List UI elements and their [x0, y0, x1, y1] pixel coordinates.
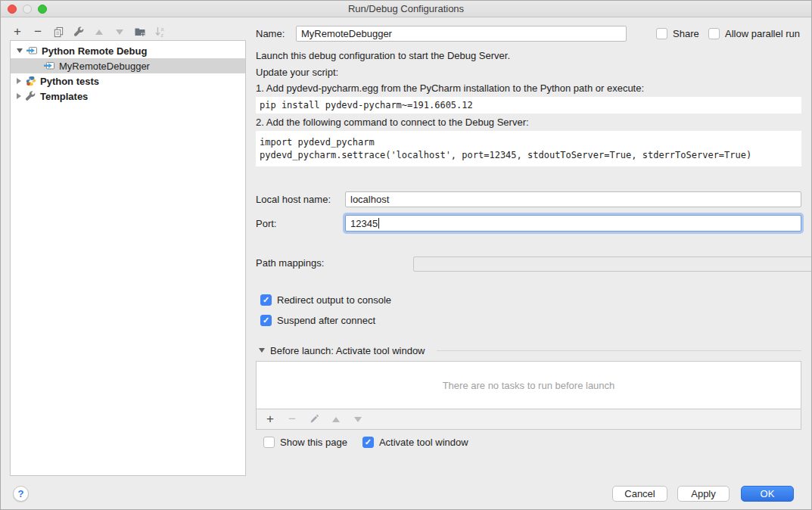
zoom-window-button[interactable]	[38, 5, 47, 14]
remove-configuration-icon[interactable]: −	[32, 26, 44, 38]
tree-item-label: Python Remote Debug	[42, 45, 147, 57]
suspend-after-connect-checkbox[interactable]: ✓	[260, 315, 272, 326]
path-mappings-input[interactable]	[413, 257, 812, 272]
expand-arrow-icon[interactable]	[17, 78, 21, 84]
copy-configuration-icon[interactable]	[52, 26, 64, 38]
configurations-toolbar: + − az	[11, 23, 166, 40]
share-label: Share	[673, 28, 699, 39]
configurations-tree: Python Remote Debug MyRemoteDebugger Pyt…	[10, 40, 246, 476]
name-row: Name: Share Allow parallel run	[256, 26, 802, 42]
path-mappings-label: Path mappings:	[256, 257, 324, 269]
add-task-icon[interactable]: +	[264, 413, 276, 425]
tree-item-label: MyRemoteDebugger	[59, 61, 150, 72]
before-launch-task-list[interactable]: There are no tasks to run before launch	[256, 361, 801, 409]
run-debug-configurations-dialog: Run/Debug Configurations + − az Python R…	[0, 0, 812, 510]
redirect-console-row: ✓ Redirect output to console	[260, 294, 391, 306]
collapse-arrow-icon[interactable]	[17, 48, 23, 53]
section-separator	[437, 350, 801, 351]
local-host-row: Local host name:	[256, 191, 801, 207]
tree-item-python-remote-debug[interactable]: Python Remote Debug	[11, 43, 245, 58]
share-checkbox[interactable]	[656, 28, 667, 39]
local-host-input[interactable]	[345, 191, 801, 207]
activate-tool-window-checkbox[interactable]: ✓	[362, 437, 374, 448]
sort-alphabetically-icon: az	[154, 26, 166, 38]
edit-templates-icon[interactable]	[73, 26, 85, 38]
move-task-up-icon	[330, 413, 342, 425]
page-options-row: Show this page ✓ Activate tool window	[263, 436, 468, 448]
window-controls	[8, 5, 47, 14]
text-caret	[378, 218, 379, 229]
remove-task-icon: −	[286, 413, 298, 425]
remote-debug-icon	[26, 45, 38, 56]
instruction-update: Update your script:	[256, 67, 338, 78]
apply-button[interactable]: Apply	[677, 486, 730, 502]
move-task-down-icon	[352, 413, 364, 425]
port-label: Port:	[256, 218, 276, 229]
add-configuration-icon[interactable]: +	[11, 26, 23, 38]
move-down-icon	[114, 26, 126, 38]
tree-item-python-tests[interactable]: Python tests	[11, 73, 245, 89]
settrace-code-block: import pydevd_pycharm pydevd_pycharm.set…	[256, 131, 801, 166]
before-launch-header[interactable]: Before launch: Activate tool window	[259, 344, 801, 356]
tree-item-myremotedebugger[interactable]: MyRemoteDebugger	[11, 58, 245, 73]
show-this-page-label: Show this page	[280, 437, 347, 448]
configuration-editor: Name: Share Allow parallel run Launch th…	[256, 17, 802, 480]
minimize-window-button[interactable]	[23, 5, 32, 14]
tree-item-label: Python tests	[40, 76, 99, 87]
allow-parallel-run-label: Allow parallel run	[725, 28, 800, 39]
code-line: pydevd_pycharm.settrace('localhost', por…	[260, 149, 801, 162]
pip-install-code-block: pip install pydevd-pycharm~=191.6605.12	[256, 97, 801, 114]
close-window-button[interactable]	[8, 5, 17, 14]
suspend-after-connect-label: Suspend after connect	[277, 315, 375, 326]
move-up-icon	[93, 26, 105, 38]
edit-task-icon	[308, 413, 320, 425]
svg-text:a: a	[161, 26, 164, 32]
new-folder-icon[interactable]	[134, 26, 146, 38]
allow-parallel-run-checkbox[interactable]	[708, 28, 720, 39]
activate-tool-window-label: Activate tool window	[379, 437, 468, 448]
tree-item-templates[interactable]: Templates	[11, 89, 245, 104]
wrench-icon	[25, 91, 36, 101]
before-launch-toolbar: + −	[256, 409, 801, 430]
svg-text:z: z	[161, 33, 164, 38]
code-line: pip install pydevd-pycharm~=191.6605.12	[260, 99, 801, 112]
code-line: import pydevd_pycharm	[260, 136, 801, 149]
show-this-page-checkbox[interactable]	[263, 437, 275, 448]
redirect-console-checkbox[interactable]: ✓	[260, 294, 272, 306]
titlebar: Run/Debug Configurations	[1, 1, 811, 17]
ok-button[interactable]: OK	[741, 486, 794, 502]
name-label: Name:	[256, 28, 285, 39]
help-button[interactable]: ?	[13, 486, 29, 502]
before-launch-title: Before launch: Activate tool window	[270, 345, 425, 356]
local-host-label: Local host name:	[256, 194, 331, 205]
instruction-intro: Launch this debug configuration to start…	[256, 50, 510, 61]
instruction-step1: 1. Add pydevd-pycharm.egg from the PyCha…	[256, 82, 644, 94]
port-row: Port: 12345	[256, 214, 801, 232]
remote-debug-icon	[44, 61, 55, 71]
name-input[interactable]	[296, 26, 627, 42]
port-input[interactable]: 12345	[345, 215, 801, 232]
redirect-console-label: Redirect output to console	[277, 294, 391, 306]
collapse-arrow-icon[interactable]	[259, 348, 265, 353]
port-value: 12345	[350, 218, 378, 229]
cancel-button[interactable]: Cancel	[612, 486, 667, 502]
path-mappings-row: Path mappings:	[256, 255, 801, 271]
python-tests-icon	[25, 76, 36, 86]
instruction-step2: 2. Add the following command to connect …	[256, 117, 529, 128]
tree-item-label: Templates	[40, 91, 88, 102]
suspend-after-connect-row: ✓ Suspend after connect	[260, 314, 375, 326]
expand-arrow-icon[interactable]	[17, 93, 21, 99]
empty-tasks-message: There are no tasks to run before launch	[443, 380, 615, 391]
window-title: Run/Debug Configurations	[348, 3, 464, 14]
